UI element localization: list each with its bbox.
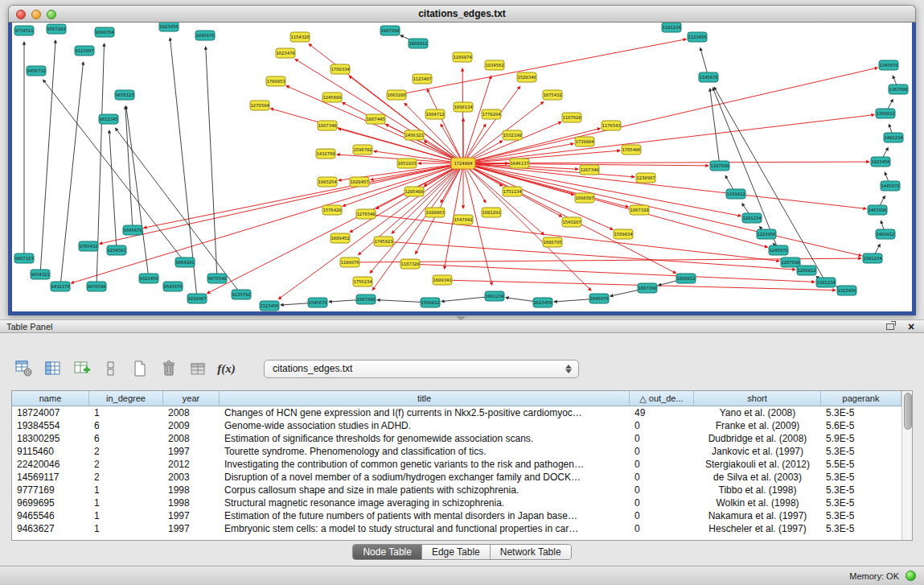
graph-node[interactable]: 1245678 (769, 245, 788, 255)
graph-node[interactable]: 1887340 (318, 121, 337, 130)
graph-node[interactable]: 9654321 (31, 270, 50, 279)
graph-node[interactable]: 1101234 (662, 23, 681, 32)
table-select-combo[interactable]: citations_edges.txt (264, 360, 579, 378)
table-row[interactable]: 1830029562008Estimation of significance … (12, 432, 901, 445)
graph-node[interactable]: 1501234 (863, 253, 882, 263)
graph-node[interactable]: 1751134 (503, 187, 522, 196)
graph-node[interactable]: 1667890 (638, 283, 657, 293)
rows-icon[interactable] (100, 358, 121, 380)
close-window-icon[interactable] (16, 10, 26, 19)
graph-node[interactable]: 1608795 (543, 237, 562, 247)
column-header-pagerank[interactable]: pagerank (821, 391, 901, 406)
table-row[interactable]: 977716911998Corpus callosum shape and si… (12, 484, 901, 496)
graph-node[interactable]: 1189012 (726, 189, 745, 199)
graph-node[interactable]: 1267890 (781, 257, 800, 267)
graph-node[interactable]: 1532190 (503, 130, 522, 140)
graph-node[interactable]: 1770284 (482, 109, 501, 119)
graph-node[interactable]: 9765432 (79, 241, 98, 251)
import-table-icon[interactable] (187, 358, 208, 380)
graph-node[interactable]: 1789334 (331, 64, 350, 74)
graph-node[interactable]: 1245609 (322, 93, 342, 102)
graph-node[interactable]: 1067890 (380, 26, 400, 35)
graph-node[interactable]: 9567203 (47, 24, 66, 34)
graph-node[interactable]: 1646137 (510, 159, 529, 168)
window-titlebar[interactable]: citations_edges.txt (8, 5, 916, 23)
graph-node[interactable]: 9321456 (139, 274, 158, 283)
memory-status-icon[interactable] (906, 571, 916, 581)
graph-node[interactable]: 1223456 (757, 229, 776, 239)
close-panel-icon[interactable]: × (905, 321, 918, 332)
graph-node[interactable]: 9678540 (207, 274, 227, 283)
hub-node[interactable]: 1724004 (451, 158, 475, 169)
graph-node[interactable]: 1467890 (868, 205, 887, 215)
table-row[interactable]: 1456911722003Disruption of a novel membe… (12, 471, 901, 484)
graph-node[interactable]: 1623470 (276, 48, 295, 58)
graph-node[interactable]: 1884712 (425, 109, 445, 119)
graph-node[interactable]: 9864201 (175, 257, 195, 267)
graph-node[interactable]: 1145678 (699, 72, 718, 82)
graph-node[interactable]: 1567890 (356, 295, 376, 304)
scrollbar-thumb[interactable] (904, 393, 912, 430)
graph-node[interactable]: 1432780 (316, 149, 335, 159)
graph-node[interactable]: 9345678 (123, 225, 142, 235)
graph-node[interactable]: 1423456 (871, 157, 890, 167)
column-header-out_de[interactable]: △ out_de... (630, 391, 694, 406)
graph-node[interactable]: 9456732 (27, 66, 46, 76)
graph-node[interactable]: 1289012 (797, 266, 816, 275)
table-row[interactable]: 969969511998Structural magnetic resonanc… (12, 496, 901, 509)
graph-node[interactable]: 1601234 (485, 291, 504, 301)
graph-node[interactable]: 1089012 (409, 39, 428, 48)
graph-node[interactable]: 1598702 (353, 145, 372, 154)
tab-node-table[interactable]: Node Table (353, 545, 422, 559)
graph-node[interactable]: 1745823 (374, 237, 393, 246)
graph-node[interactable]: 1920063 (425, 208, 445, 217)
graph-node[interactable]: 1756234 (353, 277, 372, 286)
graph-node[interactable]: 1576420 (322, 205, 342, 215)
graph-node[interactable]: 1689012 (676, 274, 696, 283)
table-row[interactable]: 946362711997Embryonic stem cells: a mode… (12, 522, 901, 535)
table-scrollbar[interactable] (901, 391, 912, 540)
zoom-window-icon[interactable] (47, 10, 56, 19)
graph-node[interactable]: 1785406 (622, 145, 641, 154)
graph-node[interactable]: 1045678 (195, 31, 215, 40)
graph-node[interactable]: 1109876 (340, 257, 359, 267)
graph-node[interactable]: 1623456 (533, 298, 552, 307)
graph-node[interactable]: 1801291 (482, 208, 501, 217)
table-settings-icon[interactable] (13, 358, 35, 380)
graph-node[interactable]: 1123456 (688, 32, 707, 42)
graph-node[interactable]: 9123087 (75, 46, 94, 56)
graph-node[interactable]: 1187620 (562, 113, 581, 122)
float-panel-icon[interactable] (884, 321, 897, 332)
column-header-year[interactable]: year (163, 391, 220, 406)
graph-node[interactable]: 1589012 (421, 298, 440, 307)
graph-node[interactable]: 1456321 (405, 130, 424, 140)
graph-node[interactable]: 1323456 (837, 286, 856, 295)
graph-node[interactable]: 9890354 (95, 27, 114, 37)
graph-node[interactable]: 1896507 (575, 193, 594, 203)
function-builder-icon[interactable]: f(x) (216, 358, 237, 380)
graph-node[interactable]: 9087123 (14, 253, 34, 263)
graph-node[interactable]: 1520348 (517, 72, 536, 82)
graph-node[interactable]: 1098134 (454, 102, 473, 112)
table-row[interactable]: 946554611997Estimation of the future num… (12, 509, 901, 522)
new-file-icon[interactable] (129, 358, 150, 380)
graph-node[interactable]: 1489012 (876, 229, 895, 239)
tab-edge-table[interactable]: Edge Table (422, 545, 491, 559)
graph-node[interactable]: 9812345 (99, 114, 118, 124)
graph-node[interactable]: 1301234 (816, 278, 836, 287)
graph-node[interactable]: 1389012 (876, 109, 895, 118)
select-columns-icon[interactable] (42, 358, 64, 380)
graph-node[interactable]: 1345678 (879, 60, 898, 70)
graph-node[interactable]: 1154328 (290, 32, 310, 42)
table-row[interactable]: 911546021997Tourette syndrome. Phenomeno… (12, 445, 901, 458)
delete-column-icon[interactable] (158, 358, 179, 380)
graph-node[interactable]: 9135792 (232, 290, 251, 299)
graph-node[interactable]: 1689452 (331, 233, 350, 243)
graph-node[interactable]: 1645678 (589, 294, 609, 303)
graph-node[interactable]: 1289074 (453, 52, 472, 62)
graph-node[interactable]: 1739084 (575, 137, 594, 146)
minimize-window-icon[interactable] (31, 10, 41, 19)
new-column-icon[interactable] (71, 358, 92, 380)
graph-node[interactable]: 1167890 (710, 161, 729, 171)
graph-node[interactable]: 1230987 (636, 173, 655, 183)
